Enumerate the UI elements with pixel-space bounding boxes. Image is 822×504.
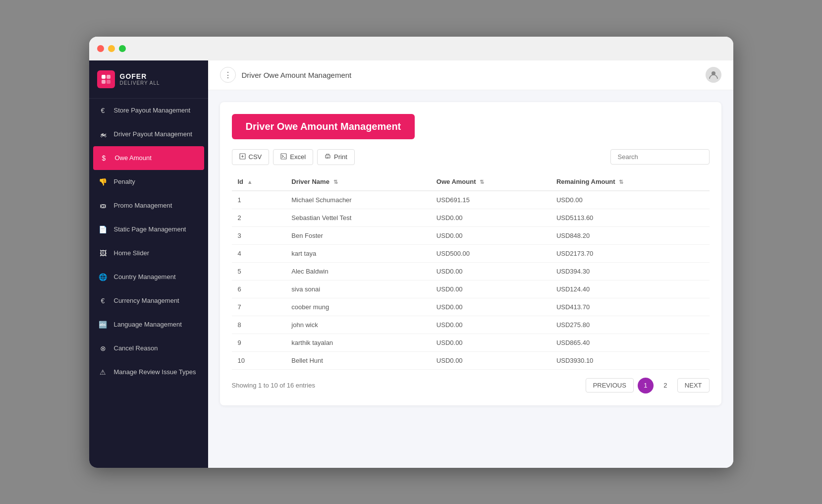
print-button[interactable]: Print (317, 149, 355, 165)
data-table: Id ▲ Driver Name ⇅ Owe Amount ⇅ Remainin… (232, 173, 710, 370)
sidebar-item-store-payout[interactable]: € Store Payout Management (89, 99, 208, 122)
cell-owe-amount: USD0.00 (431, 280, 550, 298)
static-page-icon: 📄 (98, 224, 108, 234)
excel-label: Excel (290, 153, 306, 161)
sidebar-label-promo: Promo Management (114, 202, 172, 209)
cell-driver-name: kart taya (285, 244, 431, 262)
svg-rect-2 (102, 80, 106, 84)
cell-driver-name: Bellet Hunt (285, 351, 431, 369)
sidebar-item-currency[interactable]: € Currency Management (89, 289, 208, 313)
cell-remaining-amount: USD124.40 (550, 280, 710, 298)
cell-id: 8 (232, 316, 286, 334)
brand-name: GOFER (120, 72, 160, 80)
close-button[interactable] (97, 45, 104, 52)
logo-text: GOFER DELIVERY ALL (120, 72, 160, 86)
col-driver-name: Driver Name ⇅ (285, 173, 431, 191)
csv-icon (239, 153, 246, 161)
cell-remaining-amount: USD5113.60 (550, 209, 710, 226)
sidebar-label-language: Language Management (114, 321, 182, 328)
sidebar-item-owe-amount[interactable]: $ Owe Amount (93, 146, 204, 170)
cell-id: 3 (232, 226, 286, 244)
cell-remaining-amount: USD3930.10 (550, 351, 710, 369)
menu-button[interactable]: ⋮ (220, 67, 236, 83)
toolbar: CSV Excel (232, 149, 710, 165)
sidebar-item-language[interactable]: 🔤 Language Management (89, 313, 208, 336)
cell-id: 4 (232, 244, 286, 262)
sidebar: GOFER DELIVERY ALL € Store Payout Manage… (89, 60, 208, 468)
store-payout-icon: € (98, 106, 108, 115)
cell-driver-name: Ben Foster (285, 226, 431, 244)
search-input[interactable] (610, 149, 710, 165)
maximize-button[interactable] (119, 45, 126, 52)
cell-id: 6 (232, 280, 286, 298)
cell-driver-name: siva sonai (285, 280, 431, 298)
sidebar-label-currency: Currency Management (114, 297, 179, 304)
sidebar-item-promo[interactable]: 🎟 Promo Management (89, 194, 208, 218)
table-row: 9 karthik tayalan USD0.00 USD865.40 (232, 334, 710, 351)
table-body: 1 Michael Schumacher USD691.15 USD0.00 2… (232, 191, 710, 370)
brand-sub: DELIVERY ALL (120, 80, 160, 86)
pagination: Showing 1 to 10 of 16 entries PREVIOUS 1… (232, 378, 710, 393)
cell-id: 5 (232, 262, 286, 280)
app-window: GOFER DELIVERY ALL € Store Payout Manage… (89, 37, 733, 468)
home-slider-icon: 🖼 (98, 248, 108, 258)
content-area: Driver Owe Amount Management (208, 90, 733, 468)
svg-rect-3 (107, 80, 110, 84)
minimize-button[interactable] (108, 45, 115, 52)
sidebar-item-country[interactable]: 🌐 Country Management (89, 265, 208, 289)
nav-items-container: € Store Payout Management 🏍 Driver Payou… (89, 99, 208, 384)
table-row: 5 Alec Baldwin USD0.00 USD394.30 (232, 262, 710, 280)
next-button[interactable]: NEXT (677, 378, 710, 392)
sidebar-label-penalty: Penalty (114, 178, 135, 185)
previous-button[interactable]: PREVIOUS (586, 378, 634, 392)
csv-label: CSV (249, 153, 262, 161)
cancel-reason-icon: ⊗ (98, 343, 108, 353)
table-row: 2 Sebastian Vettel Test USD0.00 USD5113.… (232, 209, 710, 226)
sidebar-item-penalty[interactable]: 👎 Penalty (89, 170, 208, 194)
col-remaining-amount: Remaining Amount ⇅ (550, 173, 710, 191)
col-id: Id ▲ (232, 173, 286, 191)
penalty-icon: 👎 (98, 177, 108, 187)
cell-remaining-amount: USD413.70 (550, 298, 710, 316)
col-owe-amount: Owe Amount ⇅ (431, 173, 550, 191)
page-heading: Driver Owe Amount Management (232, 114, 415, 139)
showing-text: Showing 1 to 10 of 16 entries (232, 382, 315, 389)
table-header: Id ▲ Driver Name ⇅ Owe Amount ⇅ Remainin… (232, 173, 710, 191)
print-icon (325, 153, 331, 161)
sidebar-item-home-slider[interactable]: 🖼 Home Slider (89, 241, 208, 265)
page-number-1[interactable]: 1 (638, 378, 654, 393)
sidebar-item-driver-payout[interactable]: 🏍 Driver Payout Management (89, 122, 208, 146)
svg-rect-1 (107, 75, 110, 79)
cell-id: 1 (232, 191, 286, 209)
table-row: 3 Ben Foster USD0.00 USD848.20 (232, 226, 710, 244)
cell-remaining-amount: USD0.00 (550, 191, 710, 209)
cell-remaining-amount: USD848.20 (550, 226, 710, 244)
cell-driver-name: coober mung (285, 298, 431, 316)
sidebar-label-store-payout: Store Payout Management (114, 107, 191, 114)
owe-amount-icon: $ (99, 153, 109, 163)
csv-button[interactable]: CSV (232, 149, 270, 165)
promo-icon: 🎟 (98, 201, 108, 211)
table-row: 1 Michael Schumacher USD691.15 USD0.00 (232, 191, 710, 209)
table-row: 4 kart taya USD500.00 USD2173.70 (232, 244, 710, 262)
sidebar-item-static-page[interactable]: 📄 Static Page Management (89, 218, 208, 241)
pagination-controls: PREVIOUS 1 2 NEXT (586, 378, 710, 393)
cell-remaining-amount: USD865.40 (550, 334, 710, 351)
logo-icon (97, 70, 115, 88)
cell-owe-amount: USD0.00 (431, 226, 550, 244)
sidebar-label-owe-amount: Owe Amount (115, 154, 152, 162)
cell-id: 2 (232, 209, 286, 226)
sidebar-item-review-issue[interactable]: ⚠ Manage Review Issue Types (89, 360, 208, 384)
excel-icon (280, 153, 287, 161)
review-issue-icon: ⚠ (98, 367, 108, 377)
sidebar-item-cancel-reason[interactable]: ⊗ Cancel Reason (89, 336, 208, 360)
topbar-title: Driver Owe Amount Management (242, 71, 352, 79)
page-number-2[interactable]: 2 (658, 378, 673, 393)
toolbar-left: CSV Excel (232, 149, 355, 165)
cell-owe-amount: USD0.00 (431, 209, 550, 226)
user-avatar[interactable] (706, 67, 721, 83)
cell-remaining-amount: USD2173.70 (550, 244, 710, 262)
language-icon: 🔤 (98, 320, 108, 330)
sidebar-label-country: Country Management (114, 273, 176, 280)
excel-button[interactable]: Excel (273, 149, 313, 165)
